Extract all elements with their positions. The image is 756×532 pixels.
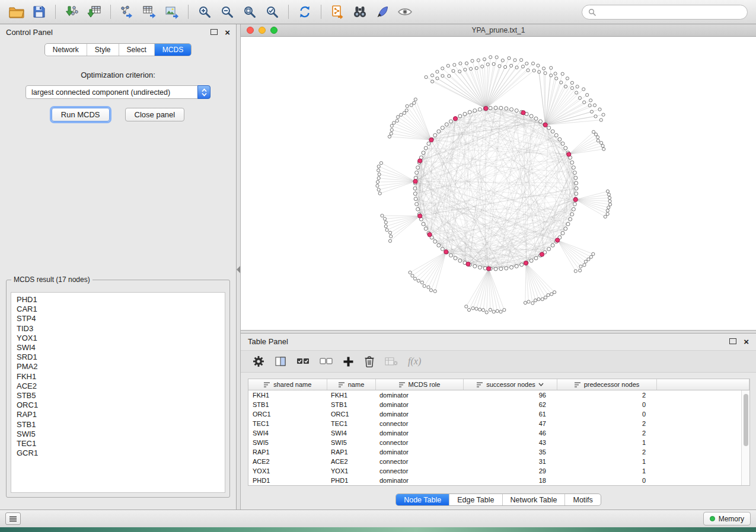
network-node[interactable]: [445, 123, 448, 126]
network-node[interactable]: [477, 59, 480, 62]
network-node[interactable]: [550, 293, 553, 296]
cell-successor-nodes[interactable]: 62: [463, 400, 557, 409]
network-node[interactable]: [413, 192, 417, 196]
network-node[interactable]: [586, 94, 589, 97]
column-header-shared-name[interactable]: shared name: [248, 379, 327, 390]
network-node[interactable]: [508, 57, 511, 60]
cell-predecessor-nodes[interactable]: 2: [557, 447, 656, 457]
maximize-window-button[interactable]: [270, 27, 277, 34]
network-node[interactable]: [413, 101, 416, 104]
network-node[interactable]: [424, 227, 428, 230]
zoom-selected-button[interactable]: [261, 3, 283, 21]
network-node[interactable]: [519, 59, 522, 62]
cell-shared-name[interactable]: ACE2: [248, 457, 327, 466]
cell-mcds-role[interactable]: dominator: [375, 428, 463, 438]
network-node[interactable]: [592, 252, 595, 255]
network-node[interactable]: [547, 247, 551, 251]
dominator-node[interactable]: [484, 106, 488, 110]
network-node[interactable]: [527, 69, 529, 72]
network-node[interactable]: [594, 115, 597, 118]
export-table-button[interactable]: [139, 3, 160, 21]
network-node[interactable]: [465, 62, 468, 65]
result-node[interactable]: STP4: [17, 314, 219, 323]
result-node[interactable]: STB1: [17, 420, 219, 430]
network-node[interactable]: [561, 72, 564, 75]
network-node[interactable]: [424, 146, 428, 150]
network-node[interactable]: [510, 265, 513, 269]
network-node[interactable]: [475, 307, 478, 310]
network-node[interactable]: [573, 171, 576, 174]
dominator-node[interactable]: [453, 117, 457, 121]
dominator-node[interactable]: [543, 123, 547, 127]
network-node[interactable]: [555, 77, 558, 80]
network-node[interactable]: [485, 311, 488, 314]
network-node[interactable]: [515, 66, 518, 69]
network-node[interactable]: [589, 255, 592, 258]
cell-predecessor-nodes[interactable]: 1: [557, 438, 656, 447]
close-panel-button[interactable]: Close panel: [125, 108, 185, 121]
network-node[interactable]: [608, 203, 611, 206]
network-node[interactable]: [503, 65, 506, 68]
network-node[interactable]: [393, 121, 395, 124]
network-node[interactable]: [376, 181, 379, 184]
network-node[interactable]: [458, 259, 462, 262]
close-table-panel-icon[interactable]: ×: [744, 337, 749, 346]
network-node[interactable]: [501, 59, 504, 62]
network-node[interactable]: [436, 70, 439, 73]
network-node[interactable]: [481, 309, 484, 312]
network-node[interactable]: [441, 67, 444, 70]
column-header-predecessor-nodes[interactable]: predecessor nodes: [557, 379, 656, 390]
cell-successor-nodes[interactable]: 18: [463, 476, 557, 485]
cell-name[interactable]: ACE2: [327, 457, 375, 466]
collapse-handle-icon[interactable]: [237, 266, 240, 273]
network-node[interactable]: [473, 264, 477, 268]
table-row[interactable]: YOX1YOX1connector291: [248, 466, 749, 476]
network-node[interactable]: [437, 243, 441, 247]
network-node[interactable]: [583, 101, 586, 104]
network-node[interactable]: [607, 206, 610, 209]
network-node[interactable]: [606, 209, 609, 212]
result-node[interactable]: ACE2: [17, 382, 219, 391]
network-node[interactable]: [377, 169, 380, 172]
network-node[interactable]: [481, 65, 484, 68]
table-row[interactable]: ACE2ACE2connector311: [248, 457, 749, 466]
dominator-node[interactable]: [521, 111, 525, 115]
network-node[interactable]: [602, 113, 605, 116]
cell-mcds-role[interactable]: dominator: [375, 400, 463, 409]
network-node[interactable]: [590, 110, 593, 113]
network-node[interactable]: [384, 225, 387, 227]
network-node[interactable]: [449, 254, 452, 257]
cell-predecessor-nodes[interactable]: 2: [557, 390, 656, 400]
table-settings-button[interactable]: [253, 355, 264, 367]
cell-successor-nodes[interactable]: 35: [463, 447, 557, 457]
network-node[interactable]: [429, 289, 432, 291]
network-node[interactable]: [572, 207, 575, 211]
network-node[interactable]: [606, 213, 609, 216]
network-node[interactable]: [537, 298, 540, 301]
network-node[interactable]: [564, 227, 567, 230]
dominator-node[interactable]: [524, 261, 528, 265]
network-node[interactable]: [390, 129, 393, 132]
network-node[interactable]: [471, 59, 474, 62]
network-node[interactable]: [405, 109, 408, 112]
cell-predecessor-nodes[interactable]: 0: [557, 409, 656, 419]
table-row[interactable]: ORC1ORC1dominator610: [248, 409, 749, 419]
network-node[interactable]: [458, 114, 462, 118]
result-node[interactable]: SWI5: [17, 430, 219, 439]
network-node[interactable]: [608, 196, 611, 199]
network-node[interactable]: [599, 118, 602, 121]
table-scrollbar[interactable]: [741, 390, 749, 485]
network-node[interactable]: [449, 120, 452, 123]
network-node[interactable]: [390, 132, 393, 135]
dominator-node[interactable]: [556, 238, 560, 242]
network-node[interactable]: [411, 274, 414, 277]
network-node[interactable]: [489, 56, 492, 59]
network-node[interactable]: [400, 113, 403, 116]
network-node[interactable]: [598, 108, 601, 111]
network-node[interactable]: [430, 74, 433, 77]
optimization-criterion-select[interactable]: largest connected component (undirected): [25, 85, 210, 99]
network-node[interactable]: [525, 62, 528, 65]
network-node[interactable]: [539, 120, 543, 123]
add-column-button[interactable]: [343, 356, 354, 367]
cell-name[interactable]: YOX1: [327, 466, 375, 476]
